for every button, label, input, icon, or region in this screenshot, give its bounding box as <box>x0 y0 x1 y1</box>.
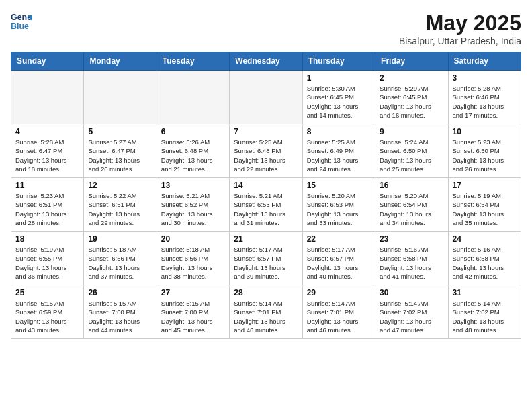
weekday-header-saturday: Saturday <box>448 52 521 71</box>
day-info: Sunrise: 5:14 AM Sunset: 7:02 PM Dayligh… <box>380 299 443 334</box>
weekday-header-monday: Monday <box>84 52 157 71</box>
calendar-cell: 29Sunrise: 5:14 AM Sunset: 7:01 PM Dayli… <box>302 285 375 339</box>
day-info: Sunrise: 5:17 AM Sunset: 6:57 PM Dayligh… <box>234 245 298 281</box>
day-number: 2 <box>380 73 443 83</box>
day-info: Sunrise: 5:25 AM Sunset: 6:49 PM Dayligh… <box>307 138 371 173</box>
day-number: 1 <box>307 73 371 83</box>
calendar-cell <box>11 71 84 124</box>
calendar-week-4: 18Sunrise: 5:19 AM Sunset: 6:55 PM Dayli… <box>11 232 521 285</box>
day-number: 5 <box>88 127 152 136</box>
page-header: General Blue May 2025 Bisalpur, Uttar Pr… <box>11 11 521 46</box>
day-number: 26 <box>88 288 152 298</box>
calendar-cell: 19Sunrise: 5:18 AM Sunset: 6:56 PM Dayli… <box>84 232 157 285</box>
calendar-cell: 30Sunrise: 5:14 AM Sunset: 7:02 PM Dayli… <box>375 285 448 339</box>
calendar-cell: 17Sunrise: 5:19 AM Sunset: 6:54 PM Dayli… <box>448 178 521 232</box>
calendar-cell: 2Sunrise: 5:29 AM Sunset: 6:45 PM Daylig… <box>375 71 448 124</box>
calendar-cell: 6Sunrise: 5:26 AM Sunset: 6:48 PM Daylig… <box>157 124 229 178</box>
day-info: Sunrise: 5:28 AM Sunset: 6:46 PM Dayligh… <box>453 84 517 120</box>
location-title: Bisalpur, Uttar Pradesh, India <box>399 36 521 46</box>
day-number: 9 <box>380 127 443 136</box>
day-info: Sunrise: 5:18 AM Sunset: 6:56 PM Dayligh… <box>161 245 225 281</box>
day-number: 3 <box>453 73 517 83</box>
day-number: 16 <box>380 181 443 190</box>
day-info: Sunrise: 5:16 AM Sunset: 6:58 PM Dayligh… <box>380 245 443 281</box>
day-info: Sunrise: 5:29 AM Sunset: 6:45 PM Dayligh… <box>380 84 443 120</box>
calendar-cell: 25Sunrise: 5:15 AM Sunset: 6:59 PM Dayli… <box>11 285 84 339</box>
day-info: Sunrise: 5:25 AM Sunset: 6:48 PM Dayligh… <box>234 138 298 173</box>
calendar-week-5: 25Sunrise: 5:15 AM Sunset: 6:59 PM Dayli… <box>11 285 521 339</box>
day-info: Sunrise: 5:15 AM Sunset: 7:00 PM Dayligh… <box>161 299 225 334</box>
calendar-cell: 1Sunrise: 5:30 AM Sunset: 6:45 PM Daylig… <box>302 71 375 124</box>
day-info: Sunrise: 5:28 AM Sunset: 6:47 PM Dayligh… <box>15 138 79 173</box>
day-info: Sunrise: 5:15 AM Sunset: 7:00 PM Dayligh… <box>88 299 152 334</box>
day-info: Sunrise: 5:14 AM Sunset: 7:01 PM Dayligh… <box>307 299 371 334</box>
day-number: 12 <box>88 181 152 190</box>
calendar-cell: 24Sunrise: 5:16 AM Sunset: 6:58 PM Dayli… <box>448 232 521 285</box>
calendar-cell: 5Sunrise: 5:27 AM Sunset: 6:47 PM Daylig… <box>84 124 157 178</box>
day-info: Sunrise: 5:21 AM Sunset: 6:53 PM Dayligh… <box>234 191 298 227</box>
day-info: Sunrise: 5:14 AM Sunset: 7:01 PM Dayligh… <box>234 299 298 334</box>
day-number: 22 <box>307 234 371 244</box>
weekday-header-sunday: Sunday <box>11 52 84 71</box>
calendar-cell <box>157 71 229 124</box>
day-number: 28 <box>234 288 298 298</box>
day-info: Sunrise: 5:22 AM Sunset: 6:51 PM Dayligh… <box>88 191 152 227</box>
calendar-cell: 13Sunrise: 5:21 AM Sunset: 6:52 PM Dayli… <box>157 178 229 232</box>
title-block: May 2025 Bisalpur, Uttar Pradesh, India <box>399 11 521 46</box>
day-number: 30 <box>380 288 443 298</box>
calendar-cell: 11Sunrise: 5:23 AM Sunset: 6:51 PM Dayli… <box>11 178 84 232</box>
weekday-header-row: SundayMondayTuesdayWednesdayThursdayFrid… <box>11 52 521 71</box>
day-number: 19 <box>88 234 152 244</box>
day-number: 4 <box>15 127 79 136</box>
day-number: 7 <box>234 127 298 136</box>
calendar-week-3: 11Sunrise: 5:23 AM Sunset: 6:51 PM Dayli… <box>11 178 521 232</box>
day-info: Sunrise: 5:20 AM Sunset: 6:53 PM Dayligh… <box>307 191 371 227</box>
calendar-cell: 14Sunrise: 5:21 AM Sunset: 6:53 PM Dayli… <box>230 178 302 232</box>
calendar-cell: 8Sunrise: 5:25 AM Sunset: 6:49 PM Daylig… <box>302 124 375 178</box>
month-title: May 2025 <box>399 11 521 36</box>
logo: General Blue <box>11 11 32 32</box>
calendar-week-2: 4Sunrise: 5:28 AM Sunset: 6:47 PM Daylig… <box>11 124 521 178</box>
day-number: 31 <box>453 288 517 298</box>
day-number: 24 <box>453 234 517 244</box>
day-info: Sunrise: 5:18 AM Sunset: 6:56 PM Dayligh… <box>88 245 152 281</box>
day-number: 6 <box>161 127 225 136</box>
day-info: Sunrise: 5:21 AM Sunset: 6:52 PM Dayligh… <box>161 191 225 227</box>
calendar-cell: 27Sunrise: 5:15 AM Sunset: 7:00 PM Dayli… <box>157 285 229 339</box>
day-number: 20 <box>161 234 225 244</box>
calendar-cell: 4Sunrise: 5:28 AM Sunset: 6:47 PM Daylig… <box>11 124 84 178</box>
day-info: Sunrise: 5:24 AM Sunset: 6:50 PM Dayligh… <box>380 138 443 173</box>
day-number: 23 <box>380 234 443 244</box>
calendar-cell: 7Sunrise: 5:25 AM Sunset: 6:48 PM Daylig… <box>230 124 302 178</box>
calendar-cell <box>84 71 157 124</box>
calendar-table: SundayMondayTuesdayWednesdayThursdayFrid… <box>11 52 521 339</box>
calendar-cell: 23Sunrise: 5:16 AM Sunset: 6:58 PM Dayli… <box>375 232 448 285</box>
day-number: 15 <box>307 181 371 190</box>
day-number: 14 <box>234 181 298 190</box>
day-info: Sunrise: 5:30 AM Sunset: 6:45 PM Dayligh… <box>307 84 371 120</box>
day-number: 11 <box>15 181 79 190</box>
day-info: Sunrise: 5:23 AM Sunset: 6:50 PM Dayligh… <box>453 138 517 173</box>
calendar-cell: 21Sunrise: 5:17 AM Sunset: 6:57 PM Dayli… <box>230 232 302 285</box>
calendar-cell: 22Sunrise: 5:17 AM Sunset: 6:57 PM Dayli… <box>302 232 375 285</box>
day-number: 18 <box>15 234 79 244</box>
calendar-cell: 28Sunrise: 5:14 AM Sunset: 7:01 PM Dayli… <box>230 285 302 339</box>
svg-text:Blue: Blue <box>11 21 29 31</box>
calendar-cell: 9Sunrise: 5:24 AM Sunset: 6:50 PM Daylig… <box>375 124 448 178</box>
day-info: Sunrise: 5:20 AM Sunset: 6:54 PM Dayligh… <box>380 191 443 227</box>
calendar-cell: 15Sunrise: 5:20 AM Sunset: 6:53 PM Dayli… <box>302 178 375 232</box>
day-info: Sunrise: 5:17 AM Sunset: 6:57 PM Dayligh… <box>307 245 371 281</box>
day-number: 13 <box>161 181 225 190</box>
calendar-cell: 31Sunrise: 5:14 AM Sunset: 7:02 PM Dayli… <box>448 285 521 339</box>
day-info: Sunrise: 5:19 AM Sunset: 6:55 PM Dayligh… <box>15 245 79 281</box>
weekday-header-tuesday: Tuesday <box>157 52 229 71</box>
calendar-cell: 16Sunrise: 5:20 AM Sunset: 6:54 PM Dayli… <box>375 178 448 232</box>
calendar-cell: 3Sunrise: 5:28 AM Sunset: 6:46 PM Daylig… <box>448 71 521 124</box>
day-number: 21 <box>234 234 298 244</box>
calendar-cell: 10Sunrise: 5:23 AM Sunset: 6:50 PM Dayli… <box>448 124 521 178</box>
calendar-cell: 26Sunrise: 5:15 AM Sunset: 7:00 PM Dayli… <box>84 285 157 339</box>
day-number: 8 <box>307 127 371 136</box>
calendar-cell: 18Sunrise: 5:19 AM Sunset: 6:55 PM Dayli… <box>11 232 84 285</box>
day-info: Sunrise: 5:26 AM Sunset: 6:48 PM Dayligh… <box>161 138 225 173</box>
weekday-header-wednesday: Wednesday <box>230 52 302 71</box>
